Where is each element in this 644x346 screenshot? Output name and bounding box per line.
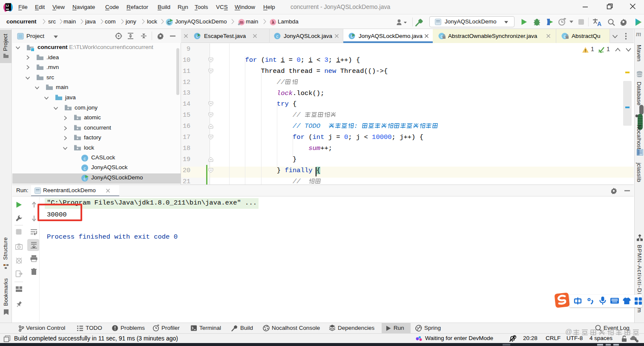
svg-text:A: A xyxy=(597,20,601,26)
svg-text:λ: λ xyxy=(272,20,274,25)
svg-text:c: c xyxy=(276,34,279,39)
svg-text:c: c xyxy=(83,166,86,171)
svg-text:c: c xyxy=(83,156,86,161)
svg-text:c: c xyxy=(441,34,443,39)
svg-text:IJ: IJ xyxy=(6,4,9,8)
svg-text:c: c xyxy=(564,34,566,39)
